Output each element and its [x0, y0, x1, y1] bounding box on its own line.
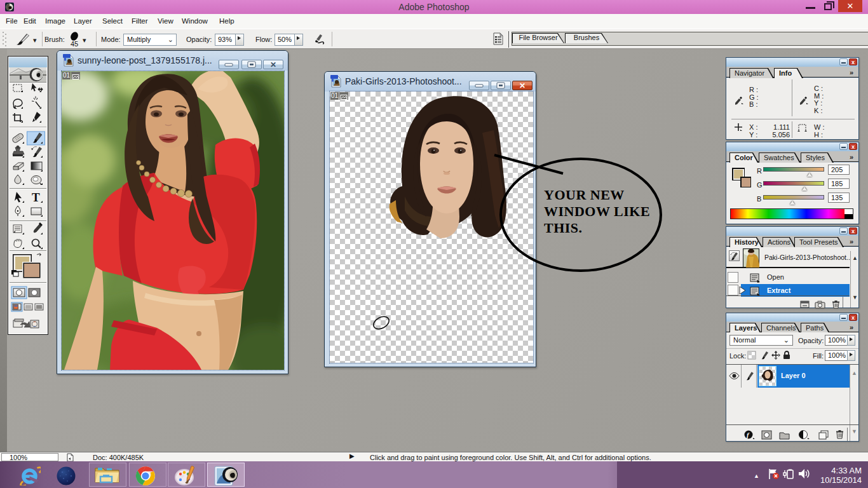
svg-text:WINDOW LIKE: WINDOW LIKE — [544, 203, 650, 219]
svg-text:THIS.: THIS. — [544, 220, 583, 236]
svg-text:YOUR NEW: YOUR NEW — [544, 187, 625, 203]
svg-text:T: T — [32, 191, 40, 204]
svg-text:✕: ✕ — [270, 60, 276, 69]
svg-text:✕: ✕ — [519, 81, 526, 90]
